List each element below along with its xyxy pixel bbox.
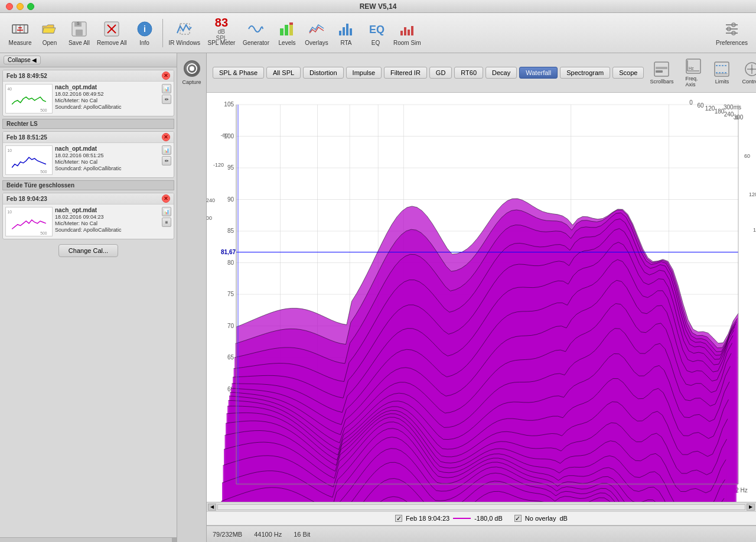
room-sim-button[interactable]: Room Sim	[391, 17, 423, 50]
scrollbars-control[interactable]: Scrollbars	[646, 60, 677, 86]
levels-button[interactable]: Levels	[273, 17, 301, 50]
spl-meter-button[interactable]: 83 dB SPL SPL Meter	[204, 17, 239, 50]
close-button[interactable]	[6, 3, 13, 10]
tab-gd[interactable]: GD	[429, 67, 452, 79]
overlays-button[interactable]: Overlays	[302, 17, 331, 50]
tab-all-spl[interactable]: All SPL	[266, 67, 301, 79]
preferences-button[interactable]: Preferences	[713, 17, 750, 50]
info-label: Info	[139, 40, 149, 46]
save-all-button[interactable]: S Save All	[65, 17, 93, 50]
svg-rect-25	[408, 30, 410, 35]
scroll-left-arrow[interactable]: ◀	[208, 504, 216, 511]
memory-status: 79/232MB	[213, 531, 242, 538]
generator-button[interactable]: Generator	[240, 17, 272, 50]
preferences-label: Preferences	[716, 40, 748, 46]
eq-button[interactable]: EQ EQ	[361, 17, 390, 50]
measurement-body-2: 10 500 nach_opt.mdat 18.02.2016 08:51:25…	[3, 143, 174, 177]
measurements-list: Feb 18 8:49:52 ✕ 40 500 nach	[0, 67, 177, 537]
capture-button[interactable]: Capture	[180, 58, 203, 87]
legend-overlay: ✓ No overlay dB	[514, 515, 568, 522]
meas-date-1: 18.02.2016 08:49:52	[55, 91, 159, 97]
ir-windows-button[interactable]: IR Windows	[167, 17, 203, 50]
mini-graph-2: 10 500	[5, 145, 53, 175]
svg-text:500: 500	[40, 231, 47, 235]
measurement-body-3: 10 500 nach_opt.mdat 18.02.2016 09:04:23…	[3, 205, 174, 239]
left-panel-scrollbar[interactable]	[0, 537, 177, 542]
tab-distortion[interactable]: Distortion	[303, 67, 343, 79]
legend-checkbox[interactable]: ✓	[395, 515, 402, 522]
tab-spectrogram[interactable]: Spectrogram	[560, 67, 610, 79]
svg-rect-23	[400, 31, 403, 35]
legend-active: ✓ Feb 18 9:04:23 -180,0 dB	[395, 515, 503, 522]
meas-icon-edit-1[interactable]: ✏	[162, 95, 171, 104]
measurement-header-1: Feb 18 8:49:52 ✕	[3, 70, 174, 82]
change-cal-button[interactable]: Change Cal...	[58, 244, 118, 257]
controls-control[interactable]: Controls	[738, 60, 756, 86]
meas-mic-2: Mic/Meter: No Cal	[55, 159, 159, 165]
legend-value: -180,0 dB	[474, 515, 503, 522]
legend-overlay-checkbox[interactable]: ✓	[514, 515, 522, 522]
tab-spl-phase[interactable]: SPL & Phase	[213, 67, 264, 79]
tab-rt60[interactable]: RT60	[454, 67, 483, 79]
remove-all-button[interactable]: Remove All	[94, 17, 129, 50]
svg-text:i: i	[144, 24, 146, 34]
meas-icon-edit-2[interactable]: ✏	[162, 156, 171, 165]
traffic-lights	[6, 3, 34, 10]
svg-rect-14	[280, 28, 284, 35]
waterfall-chart[interactable]	[207, 93, 756, 502]
meas-icon-table-3[interactable]: ≡	[162, 218, 171, 227]
measurement-title-1: Feb 18 8:49:52	[6, 73, 47, 79]
toolbar: Measure Open S Save All	[0, 13, 756, 53]
generator-icon	[246, 20, 265, 38]
limits-icon	[713, 61, 730, 77]
left-panel: Collapse ◀ Feb 18 8:49:52 ✕ 40	[0, 53, 177, 542]
measurement-body-1: 40 500 nach_opt.mdat 18.02.2016 08:49:52…	[3, 82, 174, 116]
legend-measurement-name: Feb 18 9:04:23	[406, 515, 449, 522]
tab-waterfall[interactable]: Waterfall	[519, 67, 558, 79]
meas-icon-graph-2[interactable]: 📊	[162, 145, 171, 155]
measurement-card-3: Feb 18 9:04:23 ✕ 10 500 nach_opt.mdat	[2, 193, 174, 239]
rta-button[interactable]: RTA	[332, 17, 360, 50]
scroll-track[interactable]	[217, 504, 745, 510]
measure-button[interactable]: Measure	[6, 17, 34, 50]
meas-icon-graph-1[interactable]: 📊	[162, 84, 171, 93]
measurement-card-2: Feb 18 8:51:25 ✕ 10 500 nach_opt.mdat	[2, 131, 174, 178]
tab-impulse[interactable]: Impulse	[346, 67, 382, 79]
meas-icons-3: 📊 ≡	[162, 207, 171, 236]
tab-decay[interactable]: Decay	[485, 67, 517, 79]
title-bar: REW V5,14	[0, 0, 756, 13]
meas-sc-2: Soundcard: ApolloCallibratic	[55, 165, 159, 171]
meas-filename-3: nach_opt.mdat	[55, 207, 159, 213]
meas-icon-graph-3[interactable]: 📊	[162, 207, 171, 216]
section-label-beide: Beide Türe geschlossen	[2, 180, 174, 190]
close-measurement-1[interactable]: ✕	[162, 72, 170, 80]
scroll-right-arrow[interactable]: ▶	[747, 504, 755, 511]
info-icon: i	[135, 20, 154, 38]
preferences-icon	[722, 20, 741, 38]
meas-sc-1: Soundcard: ApolloCallibratic	[55, 104, 159, 110]
close-measurement-3[interactable]: ✕	[162, 194, 170, 203]
sample-rate-status: 44100 Hz	[254, 531, 282, 538]
measurement-title-2: Feb 18 8:51:25	[6, 134, 47, 141]
overlays-label: Overlays	[305, 40, 328, 46]
info-button[interactable]: i Info	[131, 17, 159, 50]
svg-rect-46	[656, 70, 663, 73]
window-title: REW V5,14	[360, 2, 397, 11]
legend-bar: ✓ Feb 18 9:04:23 -180,0 dB ✓ No overlay …	[207, 511, 756, 525]
tab-scope[interactable]: Scope	[612, 67, 644, 79]
limits-control[interactable]: Limits	[710, 60, 734, 86]
minimize-button[interactable]	[17, 3, 24, 10]
freq-axis-control[interactable]: Hz Freq. Axis	[682, 57, 705, 89]
right-content: SPL & Phase All SPL Distortion Impulse F…	[207, 53, 756, 542]
maximize-button[interactable]	[27, 3, 34, 10]
svg-point-58	[751, 68, 753, 70]
save-all-icon: S	[70, 20, 89, 38]
rta-label: RTA	[340, 40, 351, 46]
limits-label: Limits	[715, 79, 729, 85]
svg-rect-6	[76, 30, 83, 35]
collapse-button[interactable]: Collapse ◀	[4, 56, 41, 64]
tab-filtered-ir[interactable]: Filtered IR	[384, 67, 427, 79]
remove-all-icon	[102, 20, 121, 38]
open-button[interactable]: Open	[35, 17, 64, 50]
close-measurement-2[interactable]: ✕	[162, 133, 170, 141]
